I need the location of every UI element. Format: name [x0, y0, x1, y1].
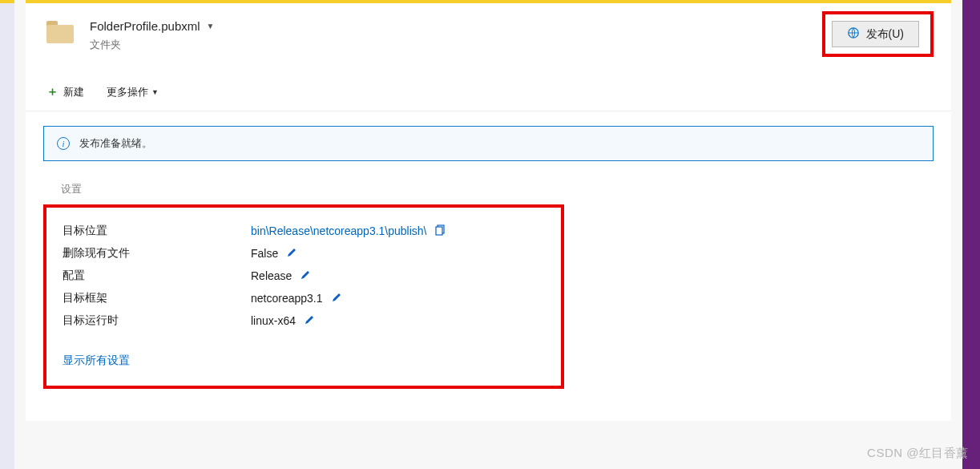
settings-label: 删除现有文件 [63, 246, 251, 261]
settings-row: 目标位置bin\Release\netcoreapp3.1\publish\ [63, 224, 548, 238]
settings-row: 配置Release [63, 269, 548, 283]
settings-value: Release [251, 269, 311, 283]
settings-label: 目标运行时 [63, 313, 251, 328]
settings-value-text: bin\Release\netcoreapp3.1\publish\ [251, 224, 427, 237]
settings-value: netcoreapp3.1 [251, 292, 342, 305]
copy-icon[interactable] [435, 224, 446, 238]
plus-icon: ＋ [46, 84, 58, 99]
settings-value: False [251, 247, 297, 261]
new-button[interactable]: ＋ 新建 [46, 84, 84, 99]
settings-label: 目标框架 [63, 291, 251, 305]
highlight-publish-area: 发布(U) [822, 11, 934, 57]
highlight-settings-area: 目标位置bin\Release\netcoreapp3.1\publish\删除… [43, 204, 564, 389]
settings-value-text: Release [251, 269, 292, 282]
settings-row: 删除现有文件False [63, 246, 548, 261]
show-all-settings-link[interactable]: 显示所有设置 [63, 354, 130, 368]
chevron-down-icon: ▼ [151, 88, 159, 96]
globe-publish-icon [847, 26, 860, 42]
actions-toolbar: ＋ 新建 更多操作 ▼ [26, 76, 951, 111]
settings-value: linux-x64 [251, 314, 315, 328]
profile-dropdown[interactable]: FolderProfile.pubxml ▼ [90, 19, 214, 33]
settings-label: 配置 [63, 269, 251, 283]
settings-value-text: netcoreapp3.1 [251, 292, 323, 305]
profile-name: FolderProfile.pubxml [90, 19, 200, 33]
edit-icon[interactable] [304, 314, 315, 328]
info-icon: i [57, 137, 70, 150]
more-actions-dropdown[interactable]: 更多操作 ▼ [107, 85, 159, 99]
settings-value-link[interactable]: bin\Release\netcoreapp3.1\publish\ [251, 224, 446, 238]
edit-icon[interactable] [286, 247, 297, 261]
settings-row: 目标运行时linux-x64 [63, 313, 548, 328]
status-message: 发布准备就绪。 [79, 136, 152, 151]
edit-icon[interactable] [300, 269, 311, 283]
publish-button[interactable]: 发布(U) [832, 21, 919, 47]
settings-section-title: 设置 [61, 182, 934, 196]
settings-value-text: linux-x64 [251, 314, 296, 327]
settings-row: 目标框架netcoreapp3.1 [63, 291, 548, 305]
new-button-label: 新建 [63, 85, 84, 99]
settings-value-text: False [251, 247, 278, 260]
profile-subtitle: 文件夹 [90, 38, 214, 52]
publish-button-label: 发布(U) [866, 27, 904, 42]
more-actions-label: 更多操作 [107, 85, 148, 99]
edit-icon[interactable] [331, 292, 342, 305]
settings-label: 目标位置 [63, 224, 251, 238]
folder-icon [46, 21, 74, 43]
status-info-box: i 发布准备就绪。 [43, 126, 934, 161]
publish-header: FolderProfile.pubxml ▼ 文件夹 发布(U) [26, 3, 951, 76]
svg-rect-2 [436, 227, 442, 235]
chevron-down-icon: ▼ [207, 22, 215, 30]
